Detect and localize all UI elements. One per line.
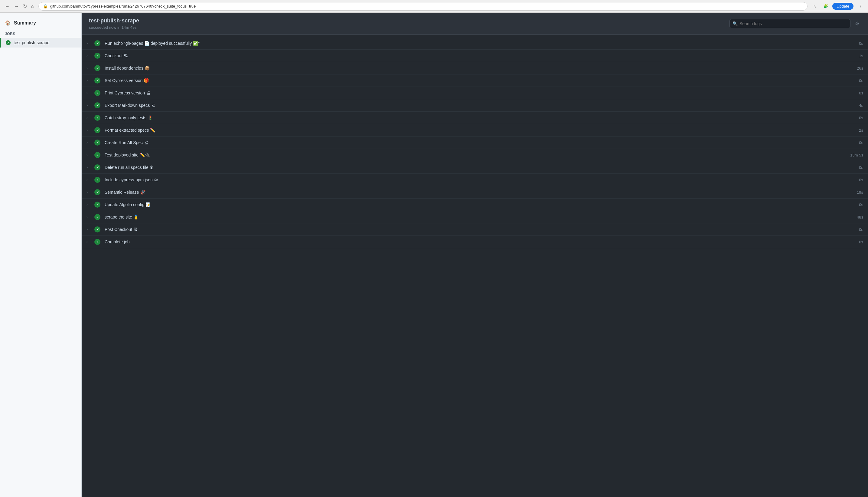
step-name: Export Markdown specs 🖨 <box>105 103 846 108</box>
step-duration: 0s <box>851 240 863 244</box>
step-duration: 0s <box>851 91 863 95</box>
step-duration: 0s <box>851 227 863 232</box>
settings-button[interactable]: ⚙ <box>853 19 861 28</box>
back-button[interactable]: ← <box>4 3 11 10</box>
step-row[interactable]: › Export Markdown specs 🖨 4s <box>82 99 868 112</box>
chevron-right-icon: › <box>87 91 91 95</box>
step-success-icon <box>94 77 100 84</box>
step-duration: 0s <box>851 178 863 182</box>
chevron-right-icon: › <box>87 54 91 58</box>
chevron-right-icon: › <box>87 215 91 219</box>
chevron-right-icon: › <box>87 66 91 70</box>
step-success-icon <box>94 177 100 183</box>
jobs-section-label: Jobs <box>0 28 82 38</box>
step-duration: 0s <box>851 202 863 207</box>
step-row[interactable]: › Update Algolia config 📝 0s <box>82 199 868 211</box>
step-name: Update Algolia config 📝 <box>105 202 846 207</box>
step-row[interactable]: › Set Cypress version 🎁 0s <box>82 74 868 87</box>
step-row[interactable]: › Complete job 0s <box>82 236 868 248</box>
extensions-button[interactable]: 🧩 <box>821 2 830 11</box>
step-duration: 0s <box>851 140 863 145</box>
search-logs-input[interactable] <box>730 19 851 28</box>
step-name: Delete run all specs file 🗑 <box>105 165 846 170</box>
step-name: Create Run All Spec 🖨 <box>105 140 846 145</box>
step-name: Semantic Release 🚀 <box>105 190 846 195</box>
forward-button[interactable]: → <box>13 3 20 10</box>
step-duration: 1s <box>851 54 863 58</box>
browser-actions: ☆ 🧩 Update ⋮ <box>811 2 864 11</box>
step-duration: 13m 5s <box>850 153 863 157</box>
home-button[interactable]: ⌂ <box>30 3 35 10</box>
step-success-icon <box>94 202 100 208</box>
step-success-icon <box>94 226 100 232</box>
url-text: github.com/bahmutov/cypress-examples/run… <box>50 4 196 9</box>
sidebar-summary-link[interactable]: 🏠 Summary <box>0 17 82 28</box>
sidebar-job-item[interactable]: test-publish-scrape <box>0 38 82 47</box>
step-duration: 0s <box>851 165 863 170</box>
step-row[interactable]: › Print Cypress version 🖨 0s <box>82 87 868 99</box>
step-row[interactable]: › Include cypress-npm.json 🗂 0s <box>82 174 868 186</box>
chevron-right-icon: › <box>87 202 91 207</box>
step-success-icon <box>94 40 100 46</box>
step-success-icon <box>94 164 100 170</box>
search-logs-container: 🔍 ⚙ <box>730 19 861 28</box>
job-title: test-publish-scrape <box>89 17 139 24</box>
step-duration: 48s <box>851 215 863 219</box>
step-row[interactable]: › Post Checkout 🏗 0s <box>82 223 868 236</box>
chevron-right-icon: › <box>87 41 91 45</box>
summary-label: Summary <box>14 20 36 26</box>
address-bar[interactable]: 🔒 github.com/bahmutov/cypress-examples/r… <box>39 2 808 11</box>
step-name: Print Cypress version 🖨 <box>105 90 846 95</box>
chevron-right-icon: › <box>87 153 91 157</box>
step-row[interactable]: › Checkout 🏗 1s <box>82 49 868 62</box>
step-success-icon <box>94 189 100 195</box>
job-status-icon <box>6 40 11 45</box>
search-logs-wrapper: 🔍 <box>730 19 851 28</box>
update-button[interactable]: Update <box>832 3 853 10</box>
step-row[interactable]: › Create Run All Spec 🖨 0s <box>82 137 868 149</box>
job-item-label: test-publish-scrape <box>14 40 49 45</box>
step-success-icon <box>94 152 100 158</box>
job-title-section: test-publish-scrape succeeded now in 14m… <box>89 17 139 30</box>
bookmark-button[interactable]: ☆ <box>811 2 819 11</box>
step-success-icon <box>94 102 100 108</box>
chevron-right-icon: › <box>87 103 91 108</box>
step-row[interactable]: › Catch stray .only tests 🚦 0s <box>82 112 868 124</box>
chevron-right-icon: › <box>87 116 91 120</box>
step-duration: 0s <box>851 116 863 120</box>
app-layout: 🏠 Summary Jobs test-publish-scrape test-… <box>0 13 868 497</box>
step-success-icon <box>94 140 100 146</box>
step-name: Format extracted specs ✏️ <box>105 128 846 132</box>
reload-button[interactable]: ↻ <box>22 3 28 10</box>
steps-list: › Run echo "gh-pages 📄 deployed successf… <box>82 35 868 497</box>
step-name: Post Checkout 🏗 <box>105 227 846 232</box>
step-row[interactable]: › Install dependencies 📦 26s <box>82 62 868 74</box>
step-name: Catch stray .only tests 🚦 <box>105 115 846 120</box>
step-name: Checkout 🏗 <box>105 53 846 58</box>
step-name: Include cypress-npm.json 🗂 <box>105 178 846 182</box>
chevron-right-icon: › <box>87 178 91 182</box>
step-name: scrape the site 🥇 <box>105 215 846 219</box>
chevron-right-icon: › <box>87 190 91 194</box>
menu-button[interactable]: ⋮ <box>856 2 864 11</box>
step-success-icon <box>94 53 100 59</box>
step-name: Test deployed site ✏️🔌 <box>105 153 845 157</box>
nav-buttons: ← → ↻ ⌂ <box>4 3 35 10</box>
step-row[interactable]: › Format extracted specs ✏️ 2s <box>82 124 868 137</box>
step-row[interactable]: › Run echo "gh-pages 📄 deployed successf… <box>82 37 868 49</box>
chevron-right-icon: › <box>87 128 91 132</box>
step-row[interactable]: › scrape the site 🥇 48s <box>82 211 868 223</box>
step-success-icon <box>94 127 100 133</box>
chevron-right-icon: › <box>87 140 91 145</box>
step-success-icon <box>94 214 100 220</box>
step-name: Complete job <box>105 239 846 244</box>
step-row[interactable]: › Semantic Release 🚀 19s <box>82 186 868 199</box>
step-name: Set Cypress version 🎁 <box>105 78 846 83</box>
chevron-right-icon: › <box>87 240 91 244</box>
step-success-icon <box>94 115 100 121</box>
step-success-icon <box>94 239 100 245</box>
step-row[interactable]: › Delete run all specs file 🗑 0s <box>82 161 868 174</box>
lock-icon: 🔒 <box>43 4 48 9</box>
step-row[interactable]: › Test deployed site ✏️🔌 13m 5s <box>82 149 868 161</box>
step-success-icon <box>94 65 100 71</box>
